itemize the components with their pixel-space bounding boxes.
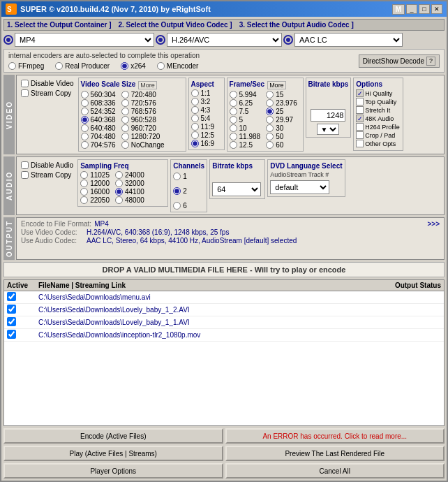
dvd-language-dropdown[interactable]: default [270, 180, 329, 194]
error-button[interactable]: An ERROR has occurred. Click to read mor… [225, 428, 445, 444]
stream-copy-video-row[interactable]: Stream Copy [21, 89, 74, 97]
scale-720-480[interactable]: 720:480 [121, 91, 165, 98]
realproducer-radio-row[interactable]: Real Producer [55, 62, 110, 70]
cancel-all-button[interactable]: Cancel All [225, 463, 445, 479]
video-bitrate-select[interactable]: ▼ [317, 124, 339, 135]
48k-audio-row[interactable]: 48K Audio [356, 115, 401, 122]
scale-more-btn[interactable]: More [138, 81, 157, 89]
dvd-language-select[interactable]: default [271, 181, 329, 193]
scale-960-720[interactable]: 960:720 [121, 124, 165, 132]
play-button[interactable]: Play (Active Files | Streams) [3, 446, 223, 461]
x264-label: x264 [130, 62, 146, 70]
directshow-info-icon[interactable]: ? [426, 57, 435, 66]
scale-1280-720[interactable]: 1280:720 [121, 133, 165, 140]
scale-640-368[interactable]: 640:368 [81, 116, 116, 124]
main-window: S SUPER © v2010.build.42 (Nov 7, 2010) b… [0, 0, 448, 482]
window-title: SUPER © v2010.build.42 (Nov 7, 2010) by … [20, 5, 211, 13]
preview-button[interactable]: Preview The Last Rendered File [225, 446, 445, 461]
audio-codec-radio[interactable] [283, 35, 293, 45]
container-dropdown[interactable]: MP4 [15, 33, 154, 47]
encoder-options: internal encoders are auto-selected to c… [3, 49, 445, 73]
hi-quality-label: Hi Quality [365, 90, 392, 97]
crop-pad-row[interactable]: Crop / Pad [356, 131, 401, 139]
scale-nochange[interactable]: NoChange [121, 141, 165, 149]
scale-704-576[interactable]: 704:576 [81, 141, 116, 149]
ffmpeg-radio-row[interactable]: FFmpeg [8, 62, 44, 70]
file-row[interactable]: C:\Users\Seda\Downloads\Lovely_baby_1_1.… [4, 316, 444, 329]
svg-text:S: S [7, 6, 12, 13]
top-quality-row[interactable]: Top Quality [356, 98, 401, 105]
audio-bitrate-title: Bitrate kbps [212, 162, 262, 170]
disable-video-row[interactable]: Disable Video [21, 80, 74, 87]
encode-button[interactable]: Encode (Active Files) [3, 428, 223, 444]
scale-524[interactable]: 524:352 [81, 108, 116, 115]
video-codec-radio[interactable] [156, 35, 165, 45]
container-radio[interactable] [3, 35, 13, 45]
stream-copy-audio-checkbox[interactable] [21, 171, 29, 179]
bottom-buttons-row1: Encode (Active Files) An ERROR has occur… [3, 428, 445, 444]
other-opts-checkbox[interactable] [356, 140, 364, 147]
sampling-cols: 11025 12000 16000 22050 24000 32000 4410… [80, 171, 165, 204]
framerate-more-btn[interactable]: More [267, 81, 286, 89]
file-row[interactable]: C:\Users\Seda\Downloads\Lovely_baby_1_2.… [4, 304, 444, 316]
stream-copy-video-checkbox[interactable] [21, 89, 29, 97]
scale-704-480[interactable]: 704:480 [81, 133, 116, 140]
video-codec-dropdown[interactable]: H.264/AVC [167, 33, 282, 47]
mencoder-radio-row[interactable]: MEncoder [157, 62, 199, 70]
h264-profile-row[interactable]: H264 Profile [356, 123, 401, 131]
audio-codec-select[interactable]: AAC LC [295, 34, 402, 46]
scale-720-576[interactable]: 720:576 [121, 99, 165, 107]
file-row[interactable]: C:\Users\Seda\Downloads\menu.avi [4, 291, 444, 304]
scale-560[interactable]: 560:304 [81, 91, 116, 98]
audio-codec-dropdown[interactable]: AAC LC [294, 33, 403, 47]
top-quality-label: Top Quality [365, 98, 396, 105]
x264-radio[interactable] [121, 62, 128, 70]
audio-content: Disable Audio Stream Copy Sampling Freq … [16, 156, 445, 215]
disable-audio-checkbox[interactable] [21, 161, 29, 169]
stretch-it-checkbox[interactable] [356, 106, 364, 114]
aspect-title: Aspect [191, 80, 222, 88]
m-badge[interactable]: M [392, 4, 405, 15]
h264-profile-label: H264 Profile [365, 124, 400, 131]
minimize-button[interactable]: _ [406, 4, 417, 14]
file2-active-checkbox[interactable] [7, 305, 16, 314]
stream-copy-audio-row[interactable]: Stream Copy [21, 171, 73, 179]
stretch-it-row[interactable]: Stretch It [356, 106, 401, 114]
top-quality-checkbox[interactable] [356, 98, 364, 105]
options-title: Options [356, 80, 401, 88]
dvd-subtitle: AudioStream Track # [270, 171, 342, 178]
file-row[interactable]: C:\Users\Seda\Downloads\inception-tlr2_1… [4, 329, 444, 342]
container-select[interactable]: MP4 [15, 34, 154, 46]
file1-active-checkbox[interactable] [7, 292, 16, 301]
crop-pad-checkbox[interactable] [356, 131, 364, 139]
scale-768-576[interactable]: 768:576 [121, 108, 165, 115]
disable-audio-row[interactable]: Disable Audio [21, 161, 73, 169]
steps-bar: 1. Select the Output Container ] 2. Sele… [3, 19, 445, 31]
directshow-decode-button[interactable]: DirectShow Decode ? [359, 54, 440, 68]
disable-video-checkbox[interactable] [21, 80, 29, 87]
drop-zone[interactable]: DROP A VALID MULTIMEDIA FILE HERE - Will… [3, 262, 445, 277]
video-bitrate-input[interactable] [311, 109, 345, 122]
maximize-button[interactable]: □ [419, 4, 430, 14]
realproducer-radio[interactable] [55, 62, 63, 70]
audio-bitrate-panel: Bitrate kbps 64 [209, 159, 265, 199]
file3-active-checkbox[interactable] [7, 317, 16, 326]
close-button[interactable]: ✕ [431, 4, 442, 14]
x264-radio-row[interactable]: x264 [121, 62, 146, 70]
hi-quality-checkbox[interactable] [356, 89, 364, 97]
scale-640-480[interactable]: 640:480 [81, 124, 116, 132]
other-opts-row[interactable]: Other Opts [356, 140, 401, 147]
mencoder-radio[interactable] [157, 62, 165, 70]
scale-608[interactable]: 608:336 [81, 99, 116, 107]
hi-quality-row[interactable]: Hi Quality [356, 89, 401, 97]
h264-profile-checkbox[interactable] [356, 123, 364, 131]
scale-960-528[interactable]: 960:528 [121, 116, 165, 124]
audio-bitrate-select[interactable]: 64 [213, 183, 260, 196]
player-options-button[interactable]: Player Options [3, 463, 223, 479]
48k-audio-checkbox[interactable] [356, 115, 364, 122]
file4-active-checkbox[interactable] [7, 330, 16, 339]
audio-bitrate-dropdown[interactable]: 64 [212, 182, 261, 196]
ffmpeg-radio[interactable] [8, 62, 16, 70]
video-codec-select[interactable]: H.264/AVC [167, 34, 281, 46]
other-opts-label: Other Opts [365, 140, 396, 147]
